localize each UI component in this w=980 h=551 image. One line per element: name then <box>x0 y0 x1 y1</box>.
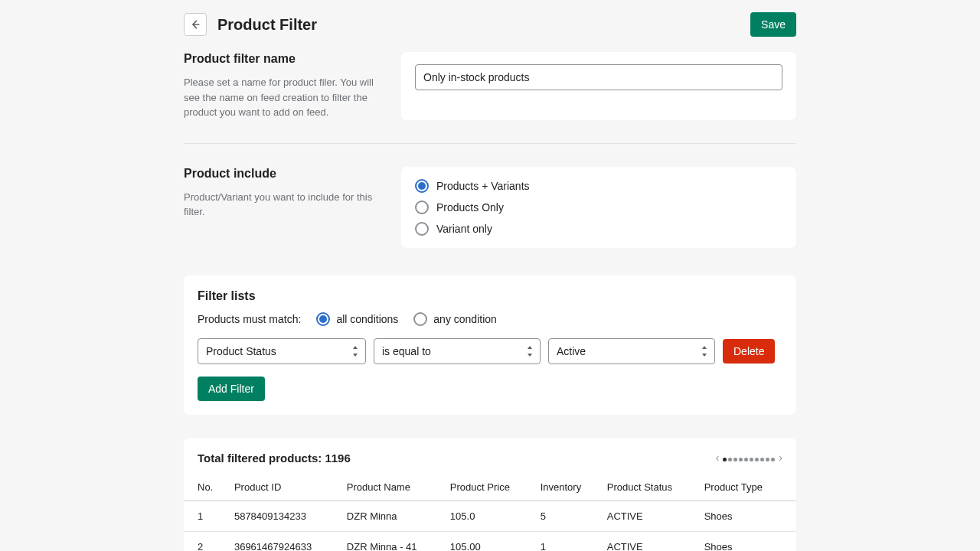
table-cell: ACTIVE <box>601 531 698 551</box>
select-arrows-icon <box>701 346 708 357</box>
table-cell: ACTIVE <box>601 500 698 531</box>
pager-dot[interactable] <box>723 458 727 461</box>
pagination: ‹ › <box>716 452 782 464</box>
column-header: Product Price <box>444 474 534 501</box>
table-cell: Shoes <box>698 500 796 531</box>
column-header: Product Type <box>698 474 796 501</box>
table-cell: Shoes <box>698 531 796 551</box>
pager-dot[interactable] <box>750 458 753 461</box>
pager-dot[interactable] <box>739 458 743 461</box>
radio-icon <box>415 201 429 214</box>
table-cell: DZR Minna - 41 <box>341 531 444 551</box>
arrow-left-icon <box>189 18 201 31</box>
save-button[interactable]: Save <box>750 12 796 37</box>
select-arrows-icon <box>351 346 359 357</box>
radio-icon <box>415 179 429 193</box>
table-row: 236961467924633DZR Minna - 41105.001ACTI… <box>184 531 796 551</box>
match-any-condition[interactable]: any condition <box>413 312 497 326</box>
include-desc: Product/Variant you want to include for … <box>184 190 383 220</box>
pager-prev[interactable]: ‹ <box>716 452 720 464</box>
column-header: Inventory <box>534 474 601 501</box>
pager-dot[interactable] <box>733 458 737 461</box>
add-filter-button[interactable]: Add Filter <box>198 377 265 401</box>
table-row: 15878409134233DZR Minna105.05ACTIVEShoes <box>184 500 796 531</box>
column-header: Product Status <box>601 474 698 501</box>
table-cell: 2 <box>184 531 228 551</box>
column-header: Product Name <box>341 474 444 501</box>
select-value: Product Status <box>206 345 276 357</box>
delete-condition-button[interactable]: Delete <box>723 339 775 364</box>
total-filtered-label: Total filtered products: 1196 <box>198 452 351 465</box>
condition-operator-select[interactable]: is equal to <box>374 338 541 364</box>
results-table: No.Product IDProduct NameProduct PriceIn… <box>184 474 796 552</box>
condition-value-select[interactable]: Active <box>548 338 715 364</box>
pager-dot[interactable] <box>760 458 764 461</box>
divider <box>184 143 796 144</box>
radio-label: Variant only <box>436 223 492 235</box>
table-cell: 36961467924633 <box>228 531 341 551</box>
match-all-conditions[interactable]: all conditions <box>316 312 398 326</box>
filter-name-desc: Please set a name for product filer. You… <box>184 75 383 120</box>
include-option-variant-only[interactable]: Variant only <box>415 222 782 236</box>
table-cell: 1 <box>184 500 228 531</box>
page-title: Product Filter <box>217 16 317 34</box>
filter-name-heading: Product filter name <box>184 52 383 66</box>
table-cell: 5 <box>534 500 601 531</box>
select-value: is equal to <box>382 345 431 357</box>
radio-label: Products + Variants <box>436 180 530 192</box>
radio-icon <box>316 312 330 326</box>
table-cell: DZR Minna <box>341 500 444 531</box>
pager-dot[interactable] <box>755 458 759 461</box>
table-cell: 5878409134233 <box>228 500 341 531</box>
table-cell: 1 <box>534 531 601 551</box>
select-value: Active <box>557 345 586 357</box>
match-label: Products must match: <box>198 313 301 325</box>
radio-label: any condition <box>433 313 497 325</box>
filter-name-input[interactable] <box>415 64 782 90</box>
table-cell: 105.0 <box>444 500 534 531</box>
back-button[interactable] <box>184 13 207 36</box>
column-header: Product ID <box>228 474 341 501</box>
column-header: No. <box>184 474 228 501</box>
radio-label: all conditions <box>336 313 398 325</box>
pager-dot[interactable] <box>744 458 748 461</box>
pager-next[interactable]: › <box>779 452 782 464</box>
pager-dot[interactable] <box>766 458 769 461</box>
pager-dot[interactable] <box>771 458 775 461</box>
condition-field-select[interactable]: Product Status <box>198 338 366 364</box>
include-heading: Product include <box>184 167 383 181</box>
pager-dot[interactable] <box>728 458 732 461</box>
include-option-products-variants[interactable]: Products + Variants <box>415 179 782 193</box>
radio-icon <box>415 222 429 236</box>
radio-label: Products Only <box>436 201 504 214</box>
filter-lists-heading: Filter lists <box>198 289 782 303</box>
table-cell: 105.00 <box>444 531 534 551</box>
radio-icon <box>413 312 427 326</box>
select-arrows-icon <box>526 346 534 357</box>
include-option-products-only[interactable]: Products Only <box>415 201 782 214</box>
